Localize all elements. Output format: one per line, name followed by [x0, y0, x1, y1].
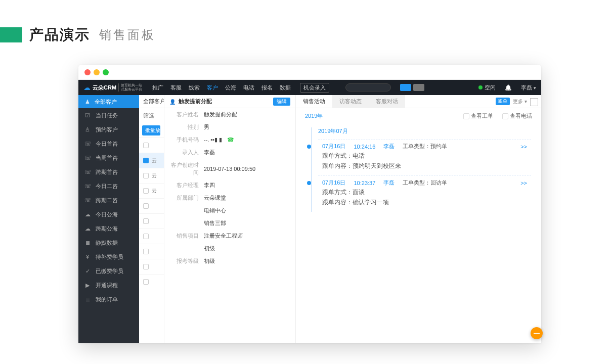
- sidebar-item-label: 待补费学员: [96, 253, 123, 261]
- view-call-checkbox[interactable]: 查看电话: [502, 112, 532, 120]
- page-header: 产品演示 销售面板: [0, 0, 612, 55]
- table-row[interactable]: [139, 259, 164, 274]
- activity-tab-1[interactable]: 访客动态: [332, 95, 369, 108]
- timeline-time: 10:23:37: [354, 180, 375, 186]
- status-indicator[interactable]: 空闲: [478, 84, 496, 92]
- timeline-expand[interactable]: >>: [520, 144, 527, 150]
- activity-tab-2[interactable]: 客服对话: [369, 95, 405, 108]
- sidebar-item-icon: ☏: [84, 169, 91, 175]
- table-row[interactable]: [139, 198, 164, 213]
- minimize-icon[interactable]: [94, 69, 100, 75]
- table-row[interactable]: [139, 244, 164, 259]
- view-ticket-checkbox[interactable]: 查看工单: [463, 112, 493, 120]
- table-row[interactable]: 云: [139, 168, 164, 183]
- row-checkbox[interactable]: [143, 264, 149, 269]
- nav-link-2[interactable]: 线索: [189, 84, 200, 92]
- sidebar-item-6[interactable]: ☏跨期二咨: [78, 193, 139, 207]
- call-hangup-icon[interactable]: [413, 84, 424, 91]
- timeline-line: 跟单方式：电话: [322, 150, 527, 160]
- detail-field: 电销中心: [164, 204, 295, 217]
- row-checkbox[interactable]: [143, 249, 149, 254]
- field-label: 报考等级: [169, 257, 204, 265]
- view-ticket-label: 查看工单: [471, 113, 493, 119]
- user-menu[interactable]: 李磊: [521, 84, 536, 92]
- sidebar-item-icon: ☏: [84, 141, 91, 147]
- float-action-button[interactable]: —: [531, 327, 543, 339]
- status-text: 空闲: [485, 84, 496, 90]
- field-value: 李四: [204, 181, 215, 189]
- nav-link-6[interactable]: 报名: [261, 84, 273, 92]
- row-checkbox[interactable]: [143, 188, 149, 194]
- layout-icon[interactable]: [530, 98, 537, 105]
- sidebar-header[interactable]: ♟ 全部客户: [78, 95, 139, 108]
- timeline-expand[interactable]: >>: [520, 180, 527, 186]
- person-icon: [169, 99, 176, 105]
- sidebar-item-11[interactable]: ✓已缴费学员: [78, 264, 139, 278]
- year-label: 2019年: [305, 112, 323, 120]
- sidebar-item-7[interactable]: ☁今日公海: [78, 207, 139, 221]
- detail-field: 客户创建时间2019-07-13 00:09:50: [164, 159, 295, 179]
- table-row[interactable]: [139, 229, 164, 244]
- table-row[interactable]: [139, 274, 164, 289]
- sidebar-item-2[interactable]: ☏今日首咨: [78, 136, 139, 151]
- sidebar-item-12[interactable]: ▶开通课程: [78, 278, 139, 292]
- nav-link-3[interactable]: 客户: [207, 84, 218, 92]
- row-checkbox[interactable]: [143, 203, 149, 209]
- sidebar-item-13[interactable]: ≣我的订单: [78, 292, 139, 306]
- activity-tab-0[interactable]: 销售活动: [296, 95, 332, 108]
- sidebar-item-1[interactable]: ♙预约客户: [78, 122, 139, 136]
- row-checkbox[interactable]: [143, 279, 149, 285]
- sidebar-item-5[interactable]: ☏今日二咨: [78, 179, 139, 193]
- maximize-icon[interactable]: [103, 69, 109, 75]
- bell-icon[interactable]: [505, 84, 512, 91]
- sidebar-item-label: 静默数据: [96, 239, 118, 247]
- sidebar-item-label: 当周首咨: [96, 154, 118, 162]
- page-subtitle: 销售面板: [99, 27, 156, 43]
- timeline: 2019年07月 07月16日10:24:16李磊工单类型：预约单>>跟单方式：…: [296, 123, 541, 217]
- sidebar-item-3[interactable]: ☏当周首咨: [78, 151, 139, 165]
- more-link[interactable]: 更多 ▾: [513, 98, 527, 105]
- sidebar-item-label: 开通课程: [96, 282, 118, 289]
- follow-badge[interactable]: 跟单: [496, 98, 510, 105]
- sidebar-item-icon: ≣: [84, 296, 91, 303]
- field-value: --. ▪▪▮ ▮: [204, 136, 222, 143]
- row-checkbox[interactable]: [143, 234, 149, 239]
- sidebar-item-4[interactable]: ☏跨期首咨: [78, 165, 139, 179]
- field-value: 初级: [204, 257, 215, 265]
- sidebar-item-0[interactable]: ☑当日任务: [78, 108, 139, 122]
- nav-link-5[interactable]: 电话: [243, 84, 254, 92]
- table-row[interactable]: [139, 138, 164, 153]
- table-row[interactable]: 云: [139, 183, 164, 198]
- sidebar-item-10[interactable]: ¥待补费学员: [78, 250, 139, 264]
- call-accept-icon[interactable]: [400, 84, 411, 91]
- sidebar-item-icon: ¥: [84, 254, 91, 260]
- close-icon[interactable]: [84, 69, 91, 75]
- list-column: 全部客户 筛选 批量放 云云云: [139, 95, 164, 343]
- timeline-date: 07月16日: [322, 143, 345, 150]
- table-row[interactable]: 云: [139, 153, 164, 168]
- row-checkbox[interactable]: [143, 173, 149, 178]
- detail-title: 触发提前分配: [179, 98, 212, 105]
- nav-link-7[interactable]: 数据: [280, 84, 291, 92]
- row-checkbox[interactable]: [143, 143, 149, 148]
- field-value: 电销中心: [204, 207, 226, 214]
- sidebar-item-8[interactable]: ☁跨期公海: [78, 221, 139, 236]
- activity-panel: 销售活动访客动态客服对话 跟单 更多 ▾ 2019年 查看工单 查看电话 201…: [296, 95, 541, 343]
- table-row[interactable]: [139, 213, 164, 229]
- nav-link-0[interactable]: 推广: [152, 84, 163, 92]
- row-text: 云: [152, 172, 157, 179]
- phone-icon[interactable]: [227, 136, 234, 143]
- nav-link-4[interactable]: 公海: [225, 84, 236, 92]
- search-input[interactable]: [345, 83, 391, 92]
- timeline-line: 跟单内容：预约明天到校区来: [322, 160, 527, 170]
- row-checkbox[interactable]: [143, 158, 149, 163]
- timeline-line: [311, 127, 312, 212]
- edit-button[interactable]: 编辑: [273, 98, 290, 106]
- nav-link-1[interactable]: 客服: [170, 84, 182, 92]
- row-checkbox[interactable]: [143, 218, 149, 224]
- field-value: 销售三部: [204, 219, 226, 227]
- chance-entry-button[interactable]: 机会录入: [300, 83, 329, 93]
- detail-field: 录入人李磊: [164, 146, 295, 159]
- bulk-release-button[interactable]: 批量放: [142, 125, 160, 135]
- sidebar-item-9[interactable]: ≣静默数据: [78, 236, 139, 250]
